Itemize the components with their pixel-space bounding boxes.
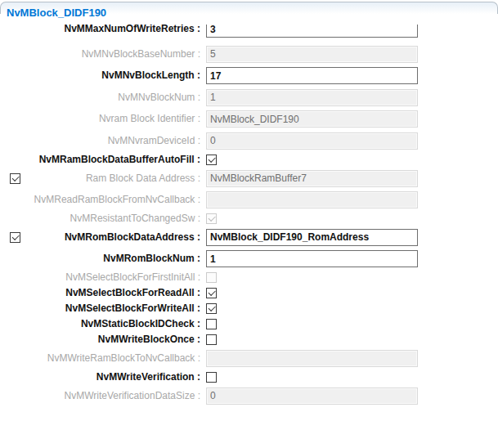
config-form: NvMMaxNumOfWriteRetries :NvMNvBlockBaseN…: [0, 25, 498, 448]
nvm-ram-block-data-buffer-auto-fill-label-cell: NvMRamBlockDataBufferAutoFill :: [0, 151, 200, 168]
field-row-nvm-nv-block-num: NvMNvBlockNum :: [0, 89, 498, 106]
nvm-nv-block-length-label-cell: NvMNvBlockLength :: [0, 67, 200, 84]
nvm-nv-block-base-number-label-cell: NvMNvBlockBaseNumber :: [0, 46, 200, 63]
nvm-rom-block-num-label-cell: NvMRomBlockNum :: [0, 250, 200, 267]
field-row-nvm-select-block-for-write-all: NvMSelectBlockForWriteAll :: [0, 303, 498, 314]
field-row-nvm-static-block-id-check: NvMStaticBlockIDCheck :: [0, 319, 498, 329]
check-icon: [208, 304, 215, 311]
nvm-write-ram-block-to-nv-callback-control: [206, 350, 418, 367]
nvm-rom-block-data-address-label: NvMRomBlockDataAddress: [65, 231, 195, 243]
nvm-write-ram-block-to-nv-callback-label: NvMWriteRamBlockToNvCallback: [47, 352, 195, 364]
nvm-nvram-device-id-label: NvMNvramDeviceId: [108, 135, 195, 146]
field-row-nvm-nv-block-base-number: NvMNvBlockBaseNumber :: [0, 46, 498, 63]
label-colon: :: [195, 194, 200, 205]
label-colon: :: [195, 318, 200, 329]
nvm-select-block-for-write-all-label-cell: NvMSelectBlockForWriteAll :: [0, 300, 200, 317]
ram-block-data-address-label-cell: Ram Block Data Address :: [0, 170, 200, 187]
nvm-nv-block-length-input[interactable]: [206, 67, 418, 84]
nvm-nv-block-base-number-control: [206, 46, 418, 63]
nvm-max-num-of-write-retries-input[interactable]: [206, 25, 418, 38]
nvram-block-identifier-control: [206, 110, 418, 128]
nvm-nv-block-base-number-label: NvMNvBlockBaseNumber: [82, 48, 195, 60]
nvm-rom-block-num-input[interactable]: [206, 250, 418, 267]
nvm-nv-block-num-label-cell: NvMNvBlockNum :: [0, 89, 200, 106]
label-colon: :: [195, 92, 200, 103]
nvm-write-verification-label: NvMWriteVerification: [96, 371, 195, 383]
nvm-nv-block-num-label: NvMNvBlockNum: [118, 92, 195, 103]
label-colon: :: [195, 302, 200, 314]
nvm-select-block-for-read-all-checkbox[interactable]: [206, 288, 217, 298]
field-row-nvm-max-num-of-write-retries: NvMMaxNumOfWriteRetries :: [0, 25, 498, 38]
field-row-nvm-rom-block-data-address: NvMRomBlockDataAddress :: [0, 229, 498, 246]
ram-block-data-address-control: [206, 170, 418, 187]
nvm-rom-block-data-address-left-checkbox[interactable]: [10, 232, 20, 243]
check-icon: [208, 289, 215, 296]
nvm-ram-block-data-buffer-auto-fill-label: NvMRamBlockDataBufferAutoFill: [39, 154, 195, 165]
nvm-write-block-once-control: [206, 334, 217, 345]
ram-block-data-address-left-checkbox[interactable]: [10, 173, 20, 184]
nvm-write-verification-data-size-label-cell: NvMWriteVerificationDataSize :: [0, 388, 200, 405]
panel-title: NvMBlock_DIDF190: [7, 7, 106, 19]
label-colon: :: [195, 172, 200, 184]
nvm-resistant-to-changed-sw-checkbox: [206, 213, 217, 224]
nvm-rom-block-num-label: NvMRomBlockNum: [103, 253, 194, 264]
nvm-nvram-device-id-label-cell: NvMNvramDeviceId :: [0, 132, 200, 150]
nvm-nvram-device-id-input: [206, 132, 418, 150]
nvm-write-verification-label-cell: NvMWriteVerification :: [0, 369, 200, 386]
nvm-write-verification-control: [206, 372, 217, 383]
field-row-nvm-write-block-once: NvMWriteBlockOnce :: [0, 334, 498, 345]
nvm-max-num-of-write-retries-control: [206, 25, 418, 38]
label-colon: :: [195, 287, 200, 298]
nvm-max-num-of-write-retries-label: NvMMaxNumOfWriteRetries: [65, 25, 195, 34]
nvm-nv-block-length-control: [206, 67, 418, 84]
nvm-read-ram-block-from-nv-callback-control: [206, 191, 418, 208]
field-row-nvm-resistant-to-changed-sw: NvMResistantToChangedSw :: [0, 213, 498, 224]
nvm-static-block-id-check-checkbox[interactable]: [206, 319, 217, 329]
nvm-resistant-to-changed-sw-label: NvMResistantToChangedSw: [70, 213, 195, 224]
field-row-ram-block-data-address: Ram Block Data Address :: [0, 170, 498, 187]
nvm-write-block-once-checkbox[interactable]: [206, 334, 217, 345]
nvm-static-block-id-check-label: NvMStaticBlockIDCheck: [81, 318, 195, 329]
field-row-nvm-rom-block-num: NvMRomBlockNum :: [0, 250, 498, 267]
field-row-nvm-write-ram-block-to-nv-callback: NvMWriteRamBlockToNvCallback :: [0, 350, 498, 367]
nvm-rom-block-data-address-input[interactable]: [206, 229, 418, 246]
label-colon: :: [195, 135, 200, 146]
ram-block-data-address-input: [206, 170, 418, 187]
label-colon: :: [195, 271, 200, 283]
label-colon: :: [195, 390, 200, 401]
nvm-rom-block-data-address-label-cell: NvMRomBlockDataAddress :: [0, 229, 200, 246]
check-icon: [208, 155, 215, 163]
field-row-nvm-write-verification: NvMWriteVerification :: [0, 372, 498, 383]
nvm-select-block-for-read-all-control: [206, 288, 217, 298]
nvm-rom-block-data-address-control: [206, 229, 418, 246]
check-icon: [11, 174, 19, 181]
nvm-static-block-id-check-label-cell: NvMStaticBlockIDCheck :: [0, 316, 200, 333]
field-row-nvm-nvram-device-id: NvMNvramDeviceId :: [0, 132, 498, 150]
field-row-nvm-ram-block-data-buffer-auto-fill: NvMRamBlockDataBufferAutoFill :: [0, 155, 498, 165]
field-row-nvm-select-block-for-first-init-all: NvMSelectBlockForFirstInitAll :: [0, 272, 498, 283]
label-colon: :: [195, 25, 200, 34]
nvm-write-verification-data-size-control: [206, 388, 418, 405]
label-colon: :: [195, 69, 200, 81]
label-colon: :: [195, 253, 200, 264]
nvm-nv-block-base-number-input: [206, 46, 418, 63]
nvm-write-block-once-label-cell: NvMWriteBlockOnce :: [0, 331, 200, 348]
label-colon: :: [195, 48, 200, 60]
label-colon: :: [195, 154, 200, 165]
nvm-ram-block-data-buffer-auto-fill-checkbox[interactable]: [206, 155, 217, 165]
nvm-select-block-for-write-all-checkbox[interactable]: [206, 303, 217, 314]
nvm-select-block-for-read-all-label-cell: NvMSelectBlockForReadAll :: [0, 284, 200, 302]
nvm-write-ram-block-to-nv-callback-label-cell: NvMWriteRamBlockToNvCallback :: [0, 350, 200, 367]
nvm-read-ram-block-from-nv-callback-label: NvMReadRamBlockFromNvCallback: [34, 194, 195, 205]
field-row-nvm-write-verification-data-size: NvMWriteVerificationDataSize :: [0, 388, 498, 405]
nvm-select-block-for-first-init-all-label-cell: NvMSelectBlockForFirstInitAll :: [0, 269, 200, 286]
nvm-read-ram-block-from-nv-callback-input: [206, 191, 418, 208]
nvm-nv-block-num-input: [206, 89, 418, 106]
nvm-nv-block-length-label: NvMNvBlockLength: [101, 69, 194, 81]
nvm-max-num-of-write-retries-label-cell: NvMMaxNumOfWriteRetries :: [0, 25, 200, 38]
nvm-write-verification-checkbox[interactable]: [206, 372, 217, 383]
field-row-nvm-read-ram-block-from-nv-callback: NvMReadRamBlockFromNvCallback :: [0, 191, 498, 208]
label-colon: :: [195, 113, 200, 124]
nvm-ram-block-data-buffer-auto-fill-control: [206, 155, 217, 165]
field-row-nvm-select-block-for-read-all: NvMSelectBlockForReadAll :: [0, 288, 498, 298]
